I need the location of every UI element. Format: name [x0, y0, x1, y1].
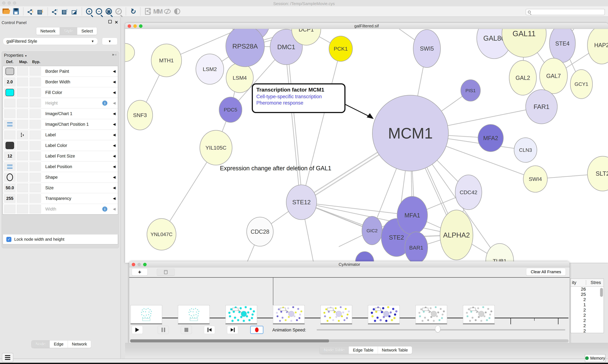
- bypass-cell[interactable]: [29, 141, 41, 150]
- timeline-hscroll-thumb[interactable]: [130, 339, 329, 342]
- annotation-link-2[interactable]: Pheromone response: [256, 100, 341, 106]
- binoculars-icon[interactable]: MM: [153, 7, 162, 16]
- cyanimator-titlebar[interactable]: CyAnimator: [129, 261, 569, 267]
- table-cell[interactable]: 2: [571, 323, 586, 328]
- property-row-size[interactable]: 50.0Size◀: [3, 183, 118, 193]
- bypass-cell[interactable]: [29, 67, 41, 76]
- zoom-selected-icon[interactable]: ✓: [114, 7, 123, 16]
- property-row-width[interactable]: Widthi◀: [3, 204, 118, 214]
- play-button[interactable]: [132, 326, 143, 334]
- record-button[interactable]: [250, 326, 263, 334]
- expand-arrow-icon[interactable]: ◀: [113, 154, 116, 158]
- property-row-image-chart-position-1[interactable]: Image/Chart Position 1◀: [3, 119, 118, 130]
- expand-arrow-icon[interactable]: ◀: [113, 122, 116, 126]
- default-value-cell[interactable]: [4, 162, 15, 171]
- mapping-cell[interactable]: [17, 162, 28, 171]
- default-value-cell[interactable]: 2.0: [4, 78, 15, 86]
- lock-size-checkbox[interactable]: ✓: [6, 237, 11, 242]
- export-network-icon[interactable]: ↑: [50, 7, 59, 16]
- bypass-cell[interactable]: [29, 183, 41, 192]
- network-canvas[interactable]: RPS28BMTH1LSM2LSM4RPS28ADMC1DCP1PCK1SWI5…: [125, 29, 608, 263]
- default-value-cell[interactable]: [4, 205, 15, 213]
- minimize-icon[interactable]: [133, 24, 137, 28]
- default-value-cell[interactable]: 12: [4, 152, 15, 160]
- clear-all-frames-button[interactable]: Clear All Frames: [526, 268, 566, 276]
- frame-thumbnail-2[interactable]: [225, 305, 257, 325]
- mapping-cell[interactable]: [17, 88, 28, 97]
- property-row-label-color[interactable]: Label Color◀: [3, 140, 118, 151]
- info-icon[interactable]: i: [102, 101, 107, 106]
- animation-speed-slider[interactable]: [317, 329, 565, 330]
- property-row-label-font-size[interactable]: 12Label Font Size◀: [3, 151, 118, 161]
- graph-node-cutleft[interactable]: [125, 43, 135, 62]
- frame-thumbnail-7[interactable]: [463, 305, 495, 325]
- delete-frame-button[interactable]: [157, 269, 175, 276]
- expand-arrow-icon[interactable]: ◀: [113, 196, 116, 200]
- expand-arrow-icon[interactable]: ◀: [113, 175, 116, 179]
- close-icon[interactable]: [128, 24, 131, 28]
- frames-timeline[interactable]: Seconds 0 1 2 3 4 5 6 7 8 9: [129, 278, 569, 325]
- bypass-cell[interactable]: [29, 152, 41, 160]
- default-value-cell[interactable]: [4, 120, 15, 129]
- mapping-cell[interactable]: [17, 141, 28, 150]
- table-cell[interactable]: 25: [571, 292, 586, 297]
- tab-select[interactable]: Select: [77, 27, 97, 35]
- expand-arrow-icon[interactable]: ◀: [113, 143, 116, 147]
- table-cell[interactable]: 2: [571, 308, 586, 313]
- property-row-label-position[interactable]: Label Position◀: [3, 161, 118, 172]
- annotation-link-1[interactable]: Cell-type-specific transcription: [256, 94, 341, 99]
- table-tab-edge-table[interactable]: Edge Table: [349, 346, 378, 354]
- default-value-cell[interactable]: [4, 173, 15, 182]
- zoom-in-icon[interactable]: +: [84, 7, 94, 16]
- expand-arrow-icon[interactable]: ◀: [113, 186, 116, 190]
- mapping-cell[interactable]: [17, 183, 28, 192]
- bypass-cell[interactable]: [29, 99, 41, 107]
- bypass-cell[interactable]: [29, 78, 41, 86]
- expand-arrow-icon[interactable]: ◀: [113, 80, 116, 84]
- table-tab-network-table[interactable]: Network Table: [378, 346, 412, 354]
- table-cell[interactable]: 2: [571, 297, 586, 302]
- frame-thumbnail-4[interactable]: [320, 305, 352, 325]
- info-icon[interactable]: i: [102, 207, 107, 212]
- bypass-cell[interactable]: [29, 120, 41, 129]
- refresh-icon[interactable]: ↻: [129, 7, 138, 16]
- graph-edge[interactable]: [285, 47, 300, 202]
- export-image-icon[interactable]: ↑: [70, 7, 79, 16]
- mapping-cell[interactable]: [17, 109, 28, 118]
- style-tab-node[interactable]: Node: [31, 340, 50, 348]
- expand-arrow-icon[interactable]: ◀: [113, 101, 116, 105]
- expand-arrow-icon[interactable]: ◀: [113, 69, 116, 73]
- stop-button[interactable]: [181, 326, 192, 334]
- style-select[interactable]: galFiltered Style ▼: [3, 38, 98, 45]
- default-value-cell[interactable]: 255: [4, 194, 15, 203]
- style-options-button[interactable]: ▼: [102, 38, 117, 45]
- mapping-cell[interactable]: [17, 99, 28, 107]
- import-table-icon[interactable]: ↓: [36, 7, 45, 16]
- property-row-image-chart-1[interactable]: Image/Chart 1◀: [3, 108, 118, 119]
- close-icon[interactable]: [132, 263, 135, 266]
- maximize-icon[interactable]: [139, 24, 142, 28]
- column-header-stress[interactable]: Stres: [586, 280, 601, 285]
- expand-arrow-icon[interactable]: ◀: [113, 133, 116, 137]
- table-cell[interactable]: 1: [571, 302, 586, 308]
- frame-thumbnail-0[interactable]: [130, 305, 162, 325]
- minimize-icon[interactable]: [138, 263, 141, 266]
- memory-button[interactable]: Memory: [585, 354, 606, 362]
- default-value-cell[interactable]: [4, 99, 15, 107]
- property-row-fill-color[interactable]: Fill Color◀: [3, 87, 118, 98]
- statusbar-menu-button[interactable]: [2, 353, 13, 362]
- expand-arrow-icon[interactable]: ◀: [113, 207, 116, 211]
- skip-to-end-button[interactable]: [227, 326, 238, 334]
- expand-all-icon[interactable]: »: [112, 52, 114, 57]
- mapping-cell[interactable]: ›: [17, 130, 28, 139]
- expand-arrow-icon[interactable]: ◀: [113, 165, 116, 169]
- bypass-cell[interactable]: [29, 205, 41, 213]
- zoom-out-icon[interactable]: −: [94, 7, 104, 16]
- zoom-fit-icon[interactable]: ▣: [104, 7, 113, 16]
- property-row-border-width[interactable]: 2.0Border Width◀: [3, 77, 118, 87]
- table-cell[interactable]: 2: [571, 313, 586, 318]
- mapping-cell[interactable]: [17, 78, 28, 86]
- mapping-cell[interactable]: [17, 194, 28, 203]
- style-tab-edge[interactable]: Edge: [50, 340, 68, 348]
- bypass-cell[interactable]: [29, 109, 41, 118]
